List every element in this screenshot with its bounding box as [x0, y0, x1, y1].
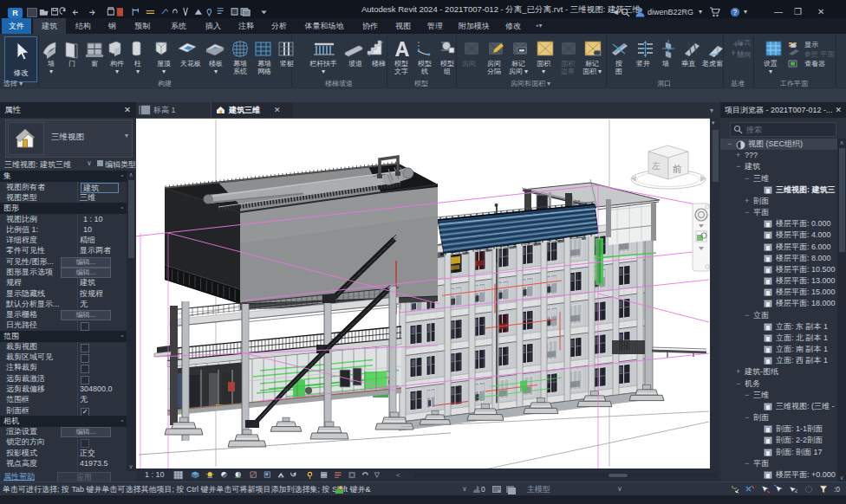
svg-text:?: ? — [733, 8, 738, 16]
svg-text:左: 左 — [652, 161, 661, 171]
svg-text:前: 前 — [672, 164, 682, 174]
